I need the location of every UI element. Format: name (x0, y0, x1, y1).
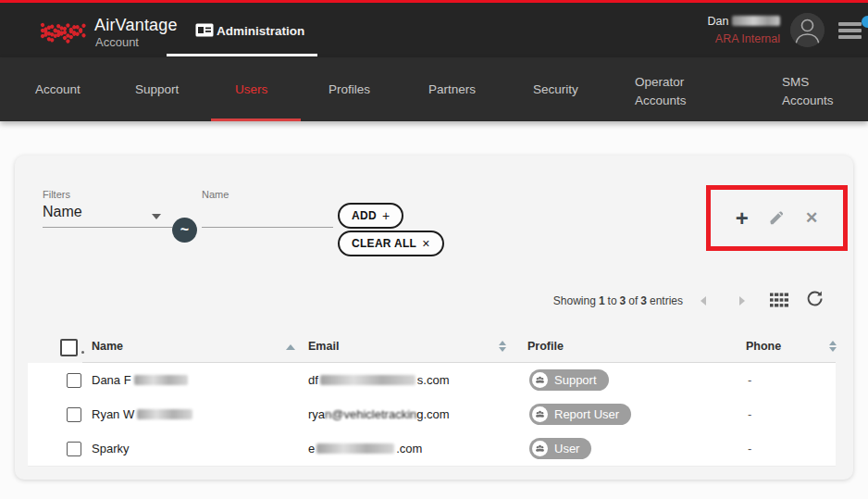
clear-all-button[interactable]: CLEAR ALL× (338, 231, 444, 256)
admin-subnav: Account Support Users Profiles Partners … (0, 57, 868, 121)
row-checkbox[interactable] (67, 373, 81, 388)
cell-phone: - (748, 442, 751, 455)
cell-name: Sparky (92, 442, 129, 455)
filter-input-underline (202, 227, 333, 228)
user-name-redaction (732, 16, 780, 26)
cell-name: Ryan W (92, 407, 192, 421)
filter-field-select[interactable]: Name (43, 204, 82, 220)
cell-email: ryan@vehicletracking.com (308, 407, 450, 421)
nav-item-support[interactable]: Support (135, 82, 179, 96)
add-filter-button[interactable]: ADD+ (338, 203, 403, 229)
cell-email: dfs.com (308, 373, 450, 387)
column-header-phone[interactable]: Phone (746, 340, 781, 353)
brand-name: AirVantage (94, 16, 178, 35)
filter-value-input[interactable] (202, 207, 337, 227)
sort-both-icon[interactable] (499, 341, 507, 352)
pencil-icon (768, 209, 786, 227)
select-all-checkbox[interactable] (60, 339, 78, 356)
profile-badge: Report User (529, 404, 631, 425)
section-tab-label: Administration (217, 24, 304, 38)
table-row[interactable]: Sparky e.com User - (28, 431, 836, 467)
active-nav-underline (211, 119, 301, 121)
filter-select-underline (43, 227, 172, 228)
column-header-email[interactable]: Email (308, 340, 339, 353)
airvantage-logo-icon[interactable] (39, 15, 89, 52)
users-panel: Filters Name ~ Name ADD+ CLEAR ALL× + ✕ (15, 156, 853, 480)
cell-email: e.com (308, 442, 422, 455)
refresh-icon[interactable] (806, 290, 824, 307)
profile-badge-label: Support (554, 373, 597, 387)
profile-badge: Support (529, 369, 609, 391)
sort-both-icon[interactable] (829, 341, 837, 352)
table-columns-icon[interactable] (770, 293, 788, 307)
nav-item-sms-accounts[interactable]: SMS Accounts (782, 73, 847, 109)
annotation-highlight-box: + ✕ (706, 185, 848, 251)
cell-phone: - (748, 407, 751, 421)
brand-product: Account (95, 35, 139, 49)
profile-badge-label: User (554, 442, 579, 455)
row-checkbox[interactable] (67, 442, 81, 456)
sort-asc-icon[interactable] (286, 344, 295, 350)
showing-entries-text: Showing1to3of3entries (553, 294, 686, 307)
profile-badge-label: Report User (554, 407, 619, 421)
hamburger-icon[interactable] (838, 22, 862, 40)
close-icon: × (422, 236, 429, 251)
nav-item-users[interactable]: Users (235, 82, 267, 96)
table-header: Name Email Profile Phone (28, 331, 836, 363)
table-row[interactable]: Dana F dfs.com Support - (28, 363, 836, 398)
airvantage-admin-screen: AirVantage Account Administration Dan AR… (0, 0, 868, 499)
nav-item-partners[interactable]: Partners (428, 82, 476, 96)
user-org: ARA Internal (680, 32, 780, 45)
cell-name: Dana F (92, 373, 188, 387)
edit-user-button[interactable] (768, 209, 786, 227)
cell-phone: - (748, 373, 751, 387)
id-card-icon (195, 23, 214, 41)
group-people-icon (532, 441, 548, 456)
nav-item-account[interactable]: Account (35, 82, 81, 96)
profile-badge: User (529, 438, 591, 459)
chevron-right-icon[interactable] (739, 296, 745, 306)
add-user-button[interactable]: + (736, 209, 749, 228)
avatar[interactable] (790, 13, 825, 47)
chevron-left-icon[interactable] (701, 296, 706, 306)
nav-item-operator-accounts[interactable]: Operator Accounts (635, 73, 709, 109)
column-header-name[interactable]: Name (92, 340, 123, 353)
clear-all-label: CLEAR ALL (352, 237, 416, 250)
delete-user-button[interactable]: ✕ (805, 208, 818, 228)
nav-item-security[interactable]: Security (533, 82, 578, 96)
column-header-profile[interactable]: Profile (527, 340, 564, 353)
notification-dot (862, 16, 868, 28)
active-section-underline (167, 54, 317, 56)
user-name[interactable]: Dan (680, 15, 780, 28)
chevron-down-icon[interactable] (152, 214, 161, 219)
user-name-visible: Dan (708, 15, 729, 28)
group-people-icon (532, 406, 548, 422)
select-all-caret[interactable] (81, 351, 84, 354)
app-bar: AirVantage Account Administration Dan AR… (0, 3, 868, 57)
row-checkbox[interactable] (67, 407, 81, 422)
filters-group-label: Filters (43, 189, 70, 200)
filter-operator-button[interactable]: ~ (172, 218, 197, 243)
group-people-icon (532, 372, 548, 388)
add-filter-label: ADD (352, 209, 377, 222)
filter-value-label: Name (202, 189, 229, 200)
plus-icon: + (382, 208, 390, 223)
nav-item-profiles[interactable]: Profiles (329, 82, 370, 96)
table-row[interactable]: Ryan W ryan@vehicletracking.com Report U… (28, 397, 836, 432)
